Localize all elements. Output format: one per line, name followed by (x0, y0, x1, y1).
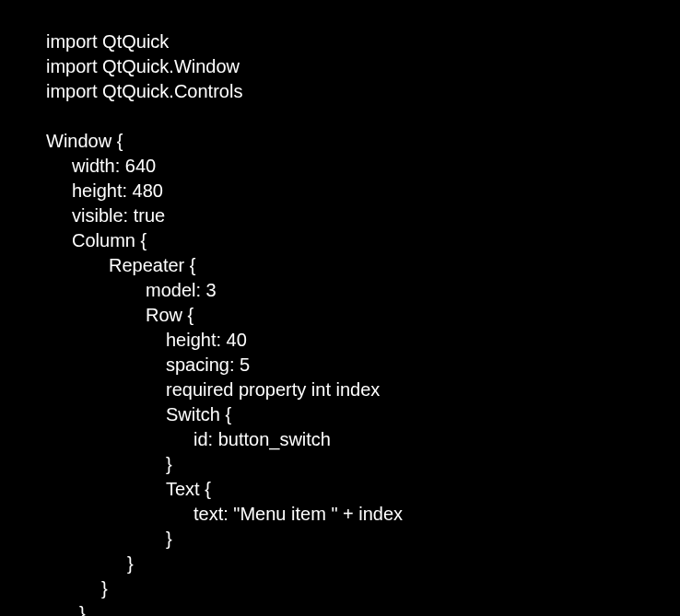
code-line: Column { (46, 228, 680, 253)
code-line: height: 40 (46, 328, 680, 353)
code-line: required property int index (46, 378, 680, 402)
code-line: visible: true (46, 203, 680, 228)
code-line: id: button_switch (46, 427, 680, 452)
code-line: } (46, 527, 680, 552)
code-block: import QtQuick import QtQuick.Window imp… (46, 29, 680, 616)
code-line: Row { (46, 303, 680, 328)
code-line: } (46, 601, 680, 616)
code-line: height: 480 (46, 179, 680, 203)
blank-line (46, 104, 680, 129)
code-line: import QtQuick.Window (46, 54, 680, 79)
code-line: } (46, 552, 680, 576)
code-line: model: 3 (46, 278, 680, 303)
code-line: text: "Menu item " + index (46, 502, 680, 527)
code-line: } (46, 576, 680, 601)
code-line: import QtQuick.Controls (46, 79, 680, 104)
code-line: Window { (46, 129, 680, 154)
code-line: spacing: 5 (46, 353, 680, 378)
code-line: Repeater { (46, 253, 680, 278)
code-line: Switch { (46, 402, 680, 427)
code-line: } (46, 452, 680, 477)
code-line: width: 640 (46, 154, 680, 179)
code-line: import QtQuick (46, 29, 680, 54)
code-line: Text { (46, 477, 680, 502)
